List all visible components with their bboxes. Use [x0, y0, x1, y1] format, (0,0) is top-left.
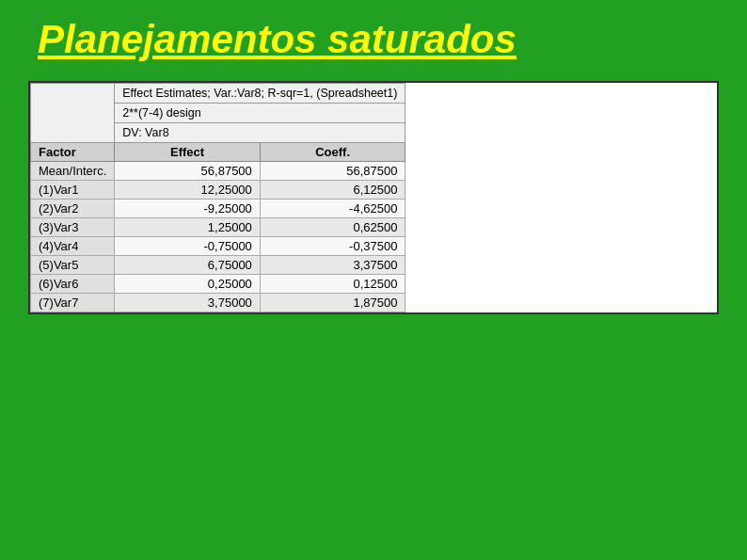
info-line1: Effect Estimates; Var.:Var8; R-sqr=1, (S… — [115, 84, 405, 104]
table-row: Mean/Interc.56,8750056,87500 — [31, 162, 405, 181]
factor-cell: Mean/Interc. — [31, 162, 115, 181]
empty-header-cell — [31, 84, 115, 143]
table-row: (2)Var2-9,25000-4,62500 — [31, 200, 405, 218]
effect-cell: 6,75000 — [115, 256, 261, 275]
info-line2: 2**(7-4) design — [115, 104, 405, 123]
coeff-cell: 56,87500 — [260, 162, 405, 181]
coeff-cell: 6,12500 — [260, 181, 405, 200]
effect-cell: 0,25000 — [115, 275, 261, 294]
page-title: Planejamentos saturados — [0, 0, 747, 73]
factor-cell: (3)Var3 — [31, 218, 115, 237]
factor-cell: (7)Var7 — [31, 294, 115, 312]
effect-cell: 1,25000 — [115, 218, 261, 237]
factor-cell: (5)Var5 — [31, 256, 115, 275]
coeff-cell: 1,87500 — [260, 294, 405, 312]
table-row: (7)Var73,750001,87500 — [31, 294, 405, 312]
table-container: Effect Estimates; Var.:Var8; R-sqr=1, (S… — [28, 81, 719, 314]
coeff-cell: 3,37500 — [260, 256, 405, 275]
factor-cell: (6)Var6 — [31, 275, 115, 294]
factor-cell: (1)Var1 — [31, 181, 115, 200]
table-row: (1)Var112,250006,12500 — [31, 181, 405, 200]
table-row: (5)Var56,750003,37500 — [31, 256, 405, 275]
effect-cell: 3,75000 — [115, 294, 261, 312]
coeff-cell: 0,62500 — [260, 218, 405, 237]
coeff-cell: -4,62500 — [260, 200, 405, 218]
table-row: (4)Var4-0,75000-0,37500 — [31, 237, 405, 256]
coeff-cell: -0,37500 — [260, 237, 405, 256]
coeff-cell: 0,12500 — [260, 275, 405, 294]
factor-cell: (2)Var2 — [31, 200, 115, 218]
table-row: (3)Var31,250000,62500 — [31, 218, 405, 237]
effect-cell: 12,25000 — [115, 181, 261, 200]
col-header-factor: Factor — [31, 143, 115, 162]
effect-cell: 56,87500 — [115, 162, 261, 181]
table-row: (6)Var60,250000,12500 — [31, 275, 405, 294]
info-line3: DV: Var8 — [115, 123, 405, 143]
effect-cell: -9,25000 — [115, 200, 261, 218]
effect-cell: -0,75000 — [115, 237, 261, 256]
col-header-coeff: Coeff. — [260, 143, 405, 162]
col-header-effect: Effect — [115, 143, 261, 162]
factor-cell: (4)Var4 — [31, 237, 115, 256]
